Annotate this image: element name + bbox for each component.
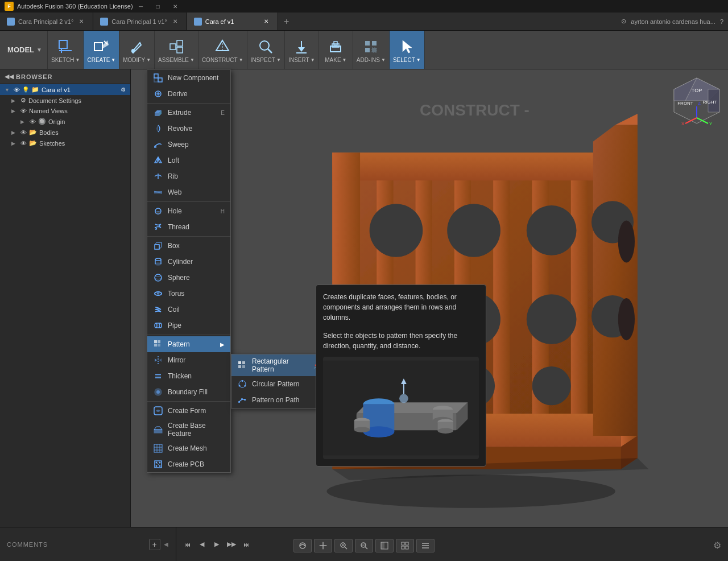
expand-arrow: ▶ bbox=[11, 130, 18, 135]
menu-item-create-pcb[interactable]: Create PCB bbox=[147, 456, 230, 472]
pan-button[interactable] bbox=[314, 539, 332, 552]
settings-icon[interactable]: ⚙ bbox=[121, 86, 126, 93]
app-icon: F bbox=[5, 2, 14, 11]
menu-item-revolve[interactable]: Revolve bbox=[147, 121, 230, 137]
menu-item-sphere[interactable]: Sphere bbox=[147, 270, 230, 286]
pipe-icon bbox=[153, 320, 163, 331]
insert-group[interactable]: INSERT ▼ bbox=[285, 31, 319, 69]
select-group[interactable]: SELECT ▼ bbox=[390, 31, 425, 69]
svg-rect-70 bbox=[158, 78, 162, 82]
tab-close-button[interactable]: ✕ bbox=[77, 17, 86, 26]
tab-close-button[interactable]: ✕ bbox=[262, 17, 271, 26]
svg-rect-112 bbox=[154, 444, 162, 452]
settings-button[interactable]: ⚙ bbox=[713, 540, 721, 551]
modify-group[interactable]: MODIFY ▼ bbox=[119, 31, 155, 69]
create-dropdown-menu: New Component Derive Extrude E Revolve S… bbox=[147, 69, 231, 473]
menu-item-sweep[interactable]: Sweep bbox=[147, 137, 230, 152]
tab-close-button[interactable]: ✕ bbox=[171, 17, 180, 26]
tooltip-description-2: Select the objects to pattern then speci… bbox=[323, 331, 479, 351]
hole-label: Hole bbox=[168, 207, 216, 215]
coil-icon bbox=[153, 304, 163, 315]
menu-item-thread[interactable]: Thread bbox=[147, 219, 230, 235]
new-tab-button[interactable]: + bbox=[278, 13, 295, 30]
svg-point-88 bbox=[155, 263, 161, 265]
svg-rect-106 bbox=[155, 374, 161, 378]
zoom-button[interactable] bbox=[334, 539, 353, 552]
svg-point-90 bbox=[155, 277, 162, 279]
construct-group[interactable]: CONSTRUCT ▼ bbox=[198, 31, 247, 69]
menu-item-torus[interactable]: Torus bbox=[147, 286, 230, 302]
add-comment-button[interactable]: + bbox=[149, 539, 160, 550]
assemble-group[interactable]: ASSEMBLE ▼ bbox=[155, 31, 198, 69]
viewcube[interactable]: TOP FRONT RIGHT Z Y X bbox=[671, 75, 722, 126]
comments-label: COMMENTS bbox=[7, 541, 48, 548]
minimize-button[interactable]: ─ bbox=[133, 1, 149, 12]
fit-zoom-button[interactable] bbox=[355, 539, 373, 552]
nav-last-button[interactable]: ⏭ bbox=[240, 538, 253, 551]
nav-first-button[interactable]: ⏮ bbox=[181, 538, 193, 551]
nav-next-button[interactable]: ▶▶ bbox=[225, 538, 238, 551]
menu-item-hole[interactable]: Hole H bbox=[147, 203, 230, 219]
maximize-button[interactable]: □ bbox=[150, 1, 166, 12]
svg-marker-15 bbox=[298, 47, 305, 52]
menu-item-coil[interactable]: Coil bbox=[147, 302, 230, 317]
menu-item-thicken[interactable]: Thicken bbox=[147, 368, 230, 384]
modify-icon bbox=[127, 36, 147, 57]
menu-item-create-mesh[interactable]: Create Mesh bbox=[147, 440, 230, 456]
model-dropdown[interactable]: MODEL ▼ bbox=[2, 31, 48, 69]
sidebar-item-root[interactable]: ▼ 👁 💡 📁 Cara ef v1 ⚙ bbox=[0, 84, 130, 95]
sidebar-item-origin[interactable]: ▶ 👁 🔘 Origin bbox=[0, 116, 130, 127]
menu-item-pattern[interactable]: Pattern ▶ bbox=[147, 336, 230, 352]
menu-item-rib[interactable]: Rib bbox=[147, 168, 230, 184]
create-group[interactable]: CREATE ▼ bbox=[84, 31, 119, 69]
menu-item-create-form[interactable]: Create Form bbox=[147, 403, 230, 419]
help-button[interactable]: ? bbox=[720, 18, 723, 25]
menu-item-cylinder[interactable]: Cylinder bbox=[147, 254, 230, 270]
menu-item-create-base[interactable]: Create Base Feature bbox=[147, 419, 230, 440]
tab-cara-ef[interactable]: Cara ef v1 ✕ bbox=[187, 13, 278, 30]
svg-point-41 bbox=[447, 204, 500, 257]
menu-item-derive[interactable]: Derive bbox=[147, 86, 230, 102]
sidebar-item-namedviews[interactable]: ▶ 👁 Named Views bbox=[0, 106, 130, 116]
svg-line-160 bbox=[345, 547, 347, 549]
svg-rect-0 bbox=[59, 40, 67, 48]
comment-expand-icon: ◀ bbox=[164, 541, 169, 547]
sidebar-item-bodies[interactable]: ▶ 👁 📂 Bodies bbox=[0, 127, 130, 138]
construct-icon bbox=[212, 36, 233, 57]
nav-prev-button[interactable]: ◀ bbox=[196, 538, 208, 551]
addins-group[interactable]: ADD-INS ▼ bbox=[353, 31, 390, 69]
tab-cara-principal-2[interactable]: Cara Principal 2 v1° ✕ bbox=[0, 13, 93, 30]
display-mode-3[interactable] bbox=[416, 539, 435, 552]
inspect-group[interactable]: INSPECT ▼ bbox=[247, 31, 285, 69]
menu-item-extrude[interactable]: Extrude E bbox=[147, 105, 230, 121]
make-group[interactable]: MAKE ▼ bbox=[319, 31, 353, 69]
sketch-group[interactable]: SKETCH ▼ bbox=[48, 31, 84, 69]
sidebar-item-sketches[interactable]: ▶ 👁 📂 Sketches bbox=[0, 138, 130, 148]
menu-item-loft[interactable]: Loft bbox=[147, 152, 230, 168]
menu-item-box[interactable]: Box bbox=[147, 238, 230, 254]
submenu-arrow: ▶ bbox=[220, 341, 225, 348]
orbit-button[interactable] bbox=[293, 539, 312, 552]
revolve-label: Revolve bbox=[168, 125, 225, 133]
bottom-bar: COMMENTS + ◀ ⏮ ◀ ▶ ▶▶ ⏭ bbox=[0, 527, 728, 561]
collapse-icon[interactable]: ◀◀ bbox=[5, 73, 14, 80]
app-title: Autodesk Fusion 360 (Education License) bbox=[17, 3, 133, 10]
extrude-icon bbox=[153, 108, 163, 118]
mirror-icon bbox=[153, 355, 163, 365]
sphere-label: Sphere bbox=[168, 274, 225, 282]
pattern-label: Pattern bbox=[168, 340, 216, 348]
menu-item-boundary-fill[interactable]: Boundary Fill bbox=[147, 384, 230, 400]
nav-play-button[interactable]: ▶ bbox=[210, 538, 223, 551]
sidebar-item-label: Cara ef v1 bbox=[42, 86, 71, 93]
svg-point-93 bbox=[155, 323, 157, 328]
menu-item-pipe[interactable]: Pipe bbox=[147, 317, 230, 333]
tab-cara-principal-1[interactable]: Cara Principal 1 v1° ✕ bbox=[93, 13, 187, 30]
close-button[interactable]: ✕ bbox=[167, 1, 183, 12]
display-mode-2[interactable] bbox=[396, 539, 414, 552]
menu-item-web[interactable]: Web bbox=[147, 184, 230, 200]
menu-item-mirror[interactable]: Mirror bbox=[147, 352, 230, 368]
menu-item-new-component[interactable]: New Component bbox=[147, 70, 230, 86]
display-mode-1[interactable] bbox=[375, 539, 394, 552]
sidebar-item-docsettings[interactable]: ▶ ⚙ Document Settings bbox=[0, 95, 130, 106]
extrude-shortcut: E bbox=[221, 110, 225, 116]
